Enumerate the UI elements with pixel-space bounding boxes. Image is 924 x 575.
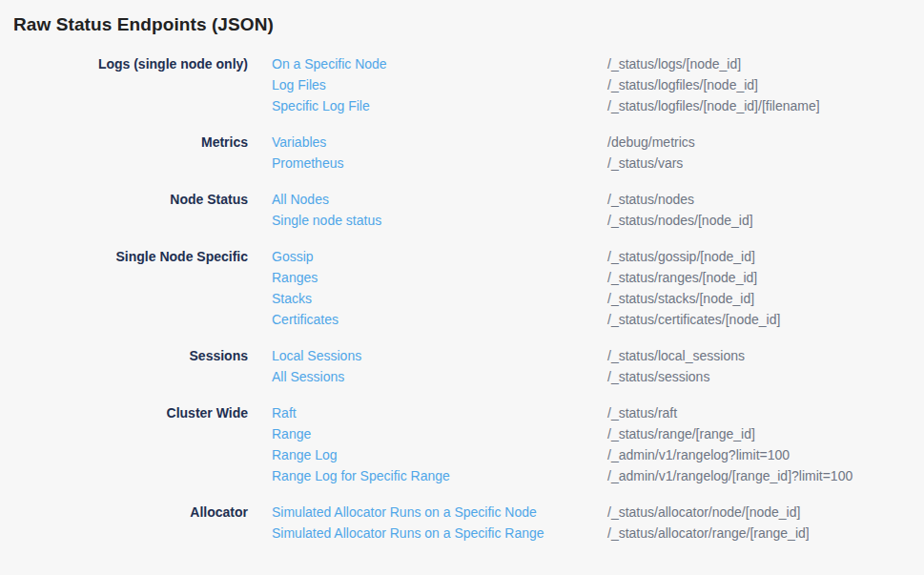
- endpoint-section: Node Status All Nodes /_status/nodes Sin…: [0, 189, 924, 231]
- endpoint-section: Single Node Specific Gossip /_status/gos…: [0, 246, 924, 330]
- category-label: Sessions: [0, 345, 248, 366]
- endpoint-list: On a Specific Node /_status/logs/[node_i…: [272, 53, 924, 116]
- endpoint-list: All Nodes /_status/nodes Single node sta…: [272, 189, 924, 231]
- endpoint-link[interactable]: Ranges: [272, 267, 607, 288]
- endpoint-link[interactable]: All Sessions: [272, 366, 607, 387]
- endpoint-list: Gossip /_status/gossip/[node_id] Ranges …: [272, 246, 924, 330]
- endpoint-path: /_status/stacks/[node_id]: [607, 288, 924, 309]
- endpoint-path: /_status/local_sessions: [607, 345, 924, 366]
- endpoint-section: Logs (single node only) On a Specific No…: [0, 53, 924, 116]
- category-label: Logs (single node only): [0, 53, 248, 74]
- endpoint-link[interactable]: All Nodes: [272, 189, 607, 210]
- page: Raw Status Endpoints (JSON) Logs (single…: [0, 13, 924, 575]
- endpoint-link[interactable]: Range Log: [272, 444, 607, 465]
- endpoint-link[interactable]: Local Sessions: [272, 345, 607, 366]
- endpoint-row: All Sessions /_status/sessions: [272, 366, 924, 387]
- endpoint-sections: Logs (single node only) On a Specific No…: [0, 53, 924, 544]
- category-label: Node Status: [0, 189, 248, 210]
- endpoint-section: Sessions Local Sessions /_status/local_s…: [0, 345, 924, 387]
- endpoint-path: /_status/logfiles/[node_id]/[filename]: [607, 95, 924, 116]
- page-title: Raw Status Endpoints (JSON): [13, 13, 924, 36]
- endpoint-link[interactable]: Range: [272, 423, 607, 444]
- endpoint-row: Specific Log File /_status/logfiles/[nod…: [272, 95, 924, 116]
- endpoint-row: Gossip /_status/gossip/[node_id]: [272, 246, 924, 267]
- endpoint-link[interactable]: Raft: [272, 402, 607, 423]
- endpoint-row: Raft /_status/raft: [272, 402, 924, 423]
- endpoint-path: /_status/raft: [607, 402, 924, 423]
- category-label: Allocator: [0, 502, 248, 523]
- endpoint-row: Range Log for Specific Range /_admin/v1/…: [272, 465, 924, 486]
- category-label: Metrics: [0, 132, 248, 153]
- endpoint-path: /_status/certificates/[node_id]: [607, 309, 924, 330]
- endpoint-path: /_status/nodes/[node_id]: [607, 210, 924, 231]
- endpoint-list: Local Sessions /_status/local_sessions A…: [272, 345, 924, 387]
- endpoint-row: Range Log /_admin/v1/rangelog?limit=100: [272, 444, 924, 465]
- endpoint-path: /_status/allocator/range/[range_id]: [607, 523, 924, 544]
- endpoint-link[interactable]: On a Specific Node: [272, 53, 607, 74]
- endpoint-link[interactable]: Simulated Allocator Runs on a Specific N…: [272, 502, 607, 523]
- endpoint-path: /_status/ranges/[node_id]: [607, 267, 924, 288]
- endpoint-row: Certificates /_status/certificates/[node…: [272, 309, 924, 330]
- endpoint-path: /_admin/v1/rangelog?limit=100: [607, 444, 924, 465]
- endpoint-link[interactable]: Prometheus: [272, 153, 607, 174]
- endpoint-section: Cluster Wide Raft /_status/raft Range /_…: [0, 402, 924, 486]
- endpoint-row: All Nodes /_status/nodes: [272, 189, 924, 210]
- endpoint-row: Variables /debug/metrics: [272, 132, 924, 153]
- endpoint-path: /_status/range/[range_id]: [607, 423, 924, 444]
- endpoint-link[interactable]: Simulated Allocator Runs on a Specific R…: [272, 523, 607, 544]
- endpoint-path: /_status/allocator/node/[node_id]: [607, 502, 924, 523]
- endpoint-link[interactable]: Single node status: [272, 210, 607, 231]
- endpoint-link[interactable]: Certificates: [272, 309, 607, 330]
- endpoint-path: /_status/logfiles/[node_id]: [607, 74, 924, 95]
- endpoint-path: /_status/nodes: [607, 189, 924, 210]
- endpoint-row: Simulated Allocator Runs on a Specific R…: [272, 523, 924, 544]
- category-label: Single Node Specific: [0, 246, 248, 267]
- endpoint-row: On a Specific Node /_status/logs/[node_i…: [272, 53, 924, 74]
- endpoint-row: Prometheus /_status/vars: [272, 153, 924, 174]
- endpoint-link[interactable]: Range Log for Specific Range: [272, 465, 607, 486]
- endpoint-row: Single node status /_status/nodes/[node_…: [272, 210, 924, 231]
- endpoint-path: /_status/logs/[node_id]: [607, 53, 924, 74]
- endpoint-link[interactable]: Variables: [272, 132, 607, 153]
- endpoint-list: Variables /debug/metrics Prometheus /_st…: [272, 132, 924, 174]
- endpoint-link[interactable]: Gossip: [272, 246, 607, 267]
- endpoint-path: /_status/gossip/[node_id]: [607, 246, 924, 267]
- endpoint-row: Local Sessions /_status/local_sessions: [272, 345, 924, 366]
- endpoint-path: /debug/metrics: [607, 132, 924, 153]
- endpoint-section: Allocator Simulated Allocator Runs on a …: [0, 502, 924, 544]
- endpoint-row: Simulated Allocator Runs on a Specific N…: [272, 502, 924, 523]
- endpoint-list: Simulated Allocator Runs on a Specific N…: [272, 502, 924, 544]
- endpoint-link[interactable]: Log Files: [272, 74, 607, 95]
- category-label: Cluster Wide: [0, 402, 248, 423]
- endpoint-link[interactable]: Stacks: [272, 288, 607, 309]
- endpoint-path: /_admin/v1/rangelog/[range_id]?limit=100: [607, 465, 924, 486]
- endpoint-list: Raft /_status/raft Range /_status/range/…: [272, 402, 924, 486]
- endpoint-link[interactable]: Specific Log File: [272, 95, 607, 116]
- endpoint-row: Ranges /_status/ranges/[node_id]: [272, 267, 924, 288]
- endpoint-path: /_status/sessions: [607, 366, 924, 387]
- endpoint-row: Range /_status/range/[range_id]: [272, 423, 924, 444]
- endpoint-row: Log Files /_status/logfiles/[node_id]: [272, 74, 924, 95]
- endpoint-section: Metrics Variables /debug/metrics Prometh…: [0, 132, 924, 174]
- endpoint-row: Stacks /_status/stacks/[node_id]: [272, 288, 924, 309]
- endpoint-path: /_status/vars: [607, 153, 924, 174]
